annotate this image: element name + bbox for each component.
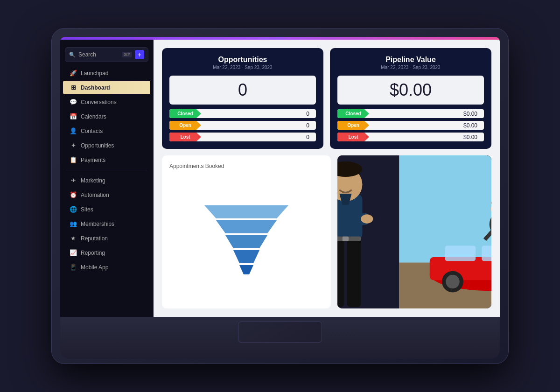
sidebar-item-label: Marketing — [81, 177, 105, 184]
calendars-icon: 📅 — [70, 113, 77, 120]
pipeline-card-title: Pipeline Value — [337, 56, 484, 64]
reporting-icon: 📈 — [70, 249, 77, 256]
opportunities-row-open: Open 0 — [169, 121, 316, 130]
sidebar-item-launchpad[interactable]: 🚀 Launchpad — [63, 66, 150, 80]
svg-rect-28 — [337, 238, 344, 307]
opportunities-row-lost: Lost 0 — [169, 133, 316, 141]
svg-rect-31 — [343, 237, 349, 241]
opportunities-card-value: 0 — [169, 76, 316, 105]
opportunities-lost-value: 0 — [201, 134, 316, 140]
svg-rect-5 — [445, 246, 476, 261]
funnel-layer-2 — [216, 220, 277, 233]
dashboard-icon: ⊞ — [70, 84, 77, 91]
launchpad-icon: 🚀 — [70, 70, 77, 77]
opportunities-card-date: Mar 22, 2023 - Sep 23, 2023 — [169, 65, 316, 70]
sidebar-item-label: Opportunities — [81, 142, 114, 149]
opportunities-open-value: 0 — [201, 122, 316, 129]
automation-icon: ⏰ — [70, 191, 77, 198]
contacts-icon: 👤 — [70, 127, 77, 134]
reputation-icon: ★ — [70, 235, 77, 242]
pipeline-lost-badge: Lost — [337, 133, 369, 141]
pipeline-row-open: Open $0.00 — [337, 121, 484, 130]
search-add-button[interactable]: + — [135, 50, 144, 59]
sidebar-item-label: Memberships — [81, 221, 114, 227]
pipeline-lost-value: $0.00 — [369, 134, 484, 140]
funnel-layer-5 — [239, 265, 253, 274]
conversations-icon: 💬 — [70, 98, 77, 105]
funnel-layer-4 — [233, 250, 259, 263]
main-content: Opportunities Mar 22, 2023 - Sep 23, 202… — [154, 40, 500, 317]
promo-card — [337, 155, 491, 308]
sidebar-item-memberships[interactable]: 👥 Memberships — [63, 217, 150, 231]
sidebar-item-label: Payments — [81, 157, 105, 163]
sidebar-item-label: Sites — [81, 206, 93, 213]
laptop-base — [60, 317, 500, 359]
pipeline-card: Pipeline Value Mar 22, 2023 - Sep 23, 20… — [330, 48, 491, 149]
sidebar-item-sites[interactable]: 🌐 Sites — [63, 203, 150, 216]
sidebar-item-contacts[interactable]: 👤 Contacts — [63, 124, 150, 138]
promo-scene-svg — [337, 155, 491, 308]
sidebar-item-label: Mobile App — [81, 264, 108, 271]
sidebar-item-reporting[interactable]: 📈 Reporting — [63, 246, 150, 259]
cards-row: Opportunities Mar 22, 2023 - Sep 23, 202… — [162, 48, 491, 149]
sidebar-item-mobile-app[interactable]: 📱 Mobile App — [63, 260, 150, 274]
memberships-icon: 👥 — [70, 220, 77, 227]
svg-point-8 — [446, 275, 460, 289]
sites-icon: 🌐 — [70, 206, 77, 213]
sidebar-item-opportunities[interactable]: ✦ Opportunities — [63, 139, 150, 152]
opportunities-card: Opportunities Mar 22, 2023 - Sep 23, 202… — [162, 48, 323, 149]
mobile-app-icon: 📱 — [70, 264, 77, 271]
funnel-layer-3 — [225, 235, 267, 248]
sidebar-item-calendars[interactable]: 📅 Calendars — [63, 110, 150, 123]
pipeline-row-closed: Closed $0.00 — [337, 109, 484, 118]
nav-divider — [67, 170, 147, 170]
pipeline-open-badge: Open — [337, 121, 369, 130]
appointments-card-title: Appointments Booked — [169, 163, 323, 169]
pipeline-row-lost: Lost $0.00 — [337, 133, 484, 141]
svg-rect-6 — [482, 246, 491, 261]
sidebar-item-reputation[interactable]: ★ Reputation — [63, 231, 150, 245]
sidebar-item-label: Reputation — [81, 235, 108, 242]
search-shortcut: ⌘F — [122, 52, 133, 57]
trackpad[interactable] — [238, 322, 322, 343]
sidebar-item-marketing[interactable]: ✈ Marketing — [63, 174, 150, 187]
lost-badge: Lost — [169, 133, 201, 141]
laptop-screen: 🔍 Search ⌘F + 🚀 Launchpad ⊞ Dashboard 💬 … — [60, 37, 500, 317]
payments-icon: 📋 — [70, 156, 77, 163]
laptop-frame: 🔍 Search ⌘F + 🚀 Launchpad ⊞ Dashboard 💬 … — [51, 28, 509, 364]
sidebar-item-dashboard[interactable]: ⊞ Dashboard — [63, 81, 150, 94]
funnel-layer-1 — [204, 205, 288, 218]
funnel-svg — [200, 201, 293, 275]
pipeline-closed-value: $0.00 — [369, 111, 484, 117]
sidebar: 🔍 Search ⌘F + 🚀 Launchpad ⊞ Dashboard 💬 … — [60, 40, 154, 317]
opportunities-closed-value: 0 — [201, 111, 316, 117]
search-bar[interactable]: 🔍 Search ⌘F + — [65, 47, 148, 62]
sidebar-item-label: Dashboard — [81, 84, 110, 91]
sidebar-item-label: Launchpad — [81, 70, 108, 77]
closed-badge: Closed — [169, 109, 201, 118]
sidebar-item-label: Calendars — [81, 113, 106, 120]
search-input-label: Search — [78, 51, 119, 58]
open-badge: Open — [169, 121, 201, 130]
sidebar-item-automation[interactable]: ⏰ Automation — [63, 188, 150, 202]
appointments-card: Appointments Booked — [162, 155, 331, 308]
funnel-container — [169, 175, 323, 301]
top-bar — [60, 37, 500, 40]
svg-rect-29 — [347, 238, 361, 307]
funnel-chart — [200, 201, 293, 275]
sidebar-item-label: Reporting — [81, 250, 105, 256]
pipeline-closed-badge: Closed — [337, 109, 369, 118]
bottom-row: Appointments Booked — [162, 155, 491, 308]
opportunities-row-closed: Closed 0 — [169, 109, 316, 118]
sidebar-item-label: Automation — [81, 192, 109, 198]
search-icon: 🔍 — [69, 52, 76, 58]
sidebar-item-label: Conversations — [81, 99, 117, 105]
opportunities-card-title: Opportunities — [169, 56, 316, 64]
sidebar-item-payments[interactable]: 📋 Payments — [63, 153, 150, 167]
pipeline-card-value: $0.00 — [337, 76, 484, 105]
marketing-icon: ✈ — [70, 177, 77, 184]
sidebar-item-conversations[interactable]: 💬 Conversations — [63, 95, 150, 109]
opportunities-card-rows: Closed 0 Open 0 Lost 0 — [169, 109, 316, 141]
svg-rect-30 — [337, 237, 361, 241]
sidebar-item-label: Contacts — [81, 128, 103, 134]
